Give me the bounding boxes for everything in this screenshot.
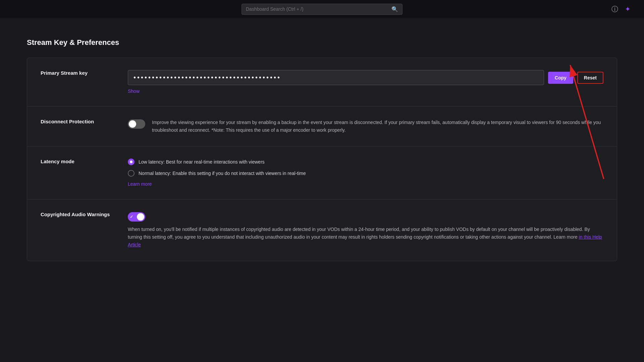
latency-label: Latency mode	[41, 159, 114, 164]
reset-button[interactable]: Reset	[577, 72, 603, 84]
show-link[interactable]: Show	[128, 88, 140, 94]
search-input[interactable]	[246, 6, 391, 12]
twitch-icon[interactable]: ✦	[625, 5, 631, 13]
search-wrapper[interactable]: 🔍	[241, 4, 402, 15]
copyright-label: Copyrighted Audio Warnings	[41, 212, 114, 217]
copy-button[interactable]: Copy	[548, 72, 573, 84]
stream-key-label: Primary Stream key	[41, 70, 114, 76]
latency-section: Latency mode Low latency: Best for near …	[27, 146, 617, 199]
search-icon: 🔍	[391, 6, 398, 12]
page: Stream Key & Preferences Primary Stream …	[0, 18, 644, 281]
latency-low-item[interactable]: Low latency: Best for near real-time int…	[128, 159, 603, 165]
disconnect-section: Disconnect Protection Improve the viewin…	[27, 107, 617, 146]
learn-more-link[interactable]: Learn more	[128, 181, 152, 187]
topbar: 🔍 ⓘ ✦	[0, 0, 644, 18]
disconnect-content: Improve the viewing experience for your …	[128, 119, 603, 134]
copyright-section: Copyrighted Audio Warnings When turned o…	[27, 199, 617, 261]
stream-key-input[interactable]	[128, 70, 544, 85]
disconnect-toggle-container: Improve the viewing experience for your …	[128, 119, 603, 134]
copyright-description: When turned on, you'll be notified if mu…	[128, 226, 603, 249]
help-icon[interactable]: ⓘ	[611, 5, 618, 14]
latency-content: Low latency: Best for near real-time int…	[128, 159, 603, 187]
page-title: Stream Key & Preferences	[27, 38, 617, 47]
help-article-link[interactable]: in this Help Article	[128, 234, 602, 247]
latency-normal-radio[interactable]	[128, 170, 135, 177]
settings-card: Primary Stream key Copy Reset Show Disco…	[27, 58, 617, 261]
latency-radio-group: Low latency: Best for near real-time int…	[128, 159, 603, 177]
stream-key-content: Copy Reset Show	[128, 70, 603, 94]
disconnect-description: Improve the viewing experience for your …	[152, 119, 603, 134]
stream-key-section: Primary Stream key Copy Reset Show	[27, 58, 617, 107]
latency-normal-item[interactable]: Normal latency: Enable this setting if y…	[128, 170, 603, 177]
copyright-toggle[interactable]	[128, 212, 145, 222]
latency-normal-label: Normal latency: Enable this setting if y…	[139, 171, 306, 176]
disconnect-slider	[128, 119, 145, 129]
copyright-content: When turned on, you'll be notified if mu…	[128, 212, 603, 249]
latency-low-label: Low latency: Best for near real-time int…	[139, 159, 265, 165]
disconnect-toggle[interactable]	[128, 119, 145, 129]
copyright-toggle-container	[128, 212, 603, 222]
topbar-right-icons: ⓘ ✦	[611, 5, 631, 14]
stream-key-row: Copy Reset	[128, 70, 603, 85]
disconnect-label: Disconnect Protection	[41, 119, 114, 124]
latency-low-radio[interactable]	[128, 159, 135, 165]
